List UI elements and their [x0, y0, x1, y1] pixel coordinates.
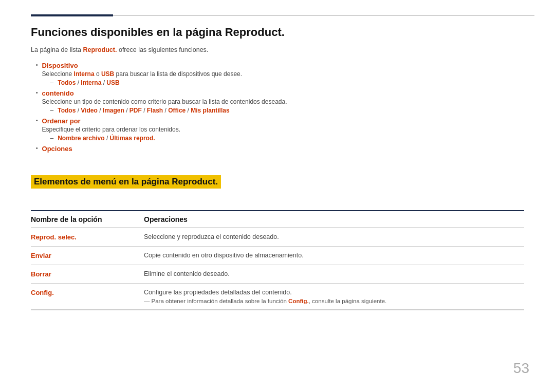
bullet-dot-3: •	[36, 118, 38, 123]
bullet-dot-4: •	[36, 145, 38, 151]
sub-dash-2: –	[50, 107, 54, 114]
table-header-row: Nombre de la opción Operaciones	[31, 211, 524, 228]
bullet-title-contenido: contenido	[42, 89, 524, 97]
sub-item-contenido: – Todos / Video / Imagen / PDF / Flash /…	[42, 107, 524, 114]
bullet-ordenar: • Ordenar por Especifique el criterio pa…	[36, 117, 524, 142]
bullet-opciones: • Opciones	[36, 145, 524, 154]
bullet-dot-2: •	[36, 90, 38, 96]
config-main-text: Configure las propiedades detalladas del…	[144, 289, 518, 296]
table-row-borrar: Borrar Elimine el contenido deseado.	[31, 265, 524, 284]
options-table: Nombre de la opción Operaciones Reprod. …	[31, 210, 524, 310]
config-note-bold: Config.	[288, 298, 309, 304]
accent-bar	[31, 14, 113, 16]
sub-text-dispositivo: Todos / Interna / USB	[58, 79, 120, 86]
intro-highlight: Reproduct.	[83, 46, 117, 53]
table-col-option: Nombre de la opción	[31, 211, 144, 228]
intro-text-before: La página de lista	[31, 46, 83, 53]
sub-text-contenido: Todos / Video / Imagen / PDF / Flash / O…	[58, 107, 229, 114]
section2-heading: Elementos de menú en la página Reproduct…	[31, 175, 221, 189]
table-cell-reprod-label: Reprod. selec.	[31, 228, 144, 247]
table-cell-borrar-label: Borrar	[31, 265, 144, 284]
bullet-title-ordenar: Ordenar por	[42, 117, 524, 125]
sub-item-dispositivo: – Todos / Interna / USB	[42, 79, 524, 86]
main-title: Funciones disponibles en la página Repro…	[31, 26, 524, 39]
page-number: 53	[513, 360, 529, 377]
bullet-content-3: Ordenar por Especifique el criterio para…	[42, 117, 524, 142]
bullet-list: • Dispositivo Seleccione Interna o USB p…	[31, 62, 524, 154]
intro-text-after: ofrece las siguientes funciones.	[117, 46, 208, 53]
bullet-desc-ordenar: Especifique el criterio para ordenar los…	[42, 126, 524, 133]
table-row-reprod: Reprod. selec. Seleccione y reproduzca e…	[31, 228, 524, 247]
bullet-contenido: • contenido Seleccione un tipo de conten…	[36, 89, 524, 114]
bullet-title-opciones: Opciones	[42, 145, 524, 153]
table-row-config: Config. Configure las propiedades detall…	[31, 284, 524, 310]
bullet-content-2: contenido Seleccione un tipo de contenid…	[42, 89, 524, 114]
divider-line	[113, 15, 534, 16]
table-cell-borrar-op: Elimine el contenido deseado.	[144, 265, 524, 284]
intro-paragraph: La página de lista Reproduct. ofrece las…	[31, 46, 524, 53]
table-cell-config-label: Config.	[31, 284, 144, 310]
table-cell-enviar-label: Enviar	[31, 247, 144, 265]
sub-dash-3: –	[50, 135, 54, 142]
bullet-desc-contenido: Seleccione un tipo de contenido como cri…	[42, 98, 524, 105]
table-cell-config-op: Configure las propiedades detalladas del…	[144, 284, 524, 310]
page-container: Funciones disponibles en la página Repro…	[0, 0, 555, 392]
bullet-content-1: Dispositivo Seleccione Interna o USB par…	[42, 62, 524, 86]
sub-dash-1: –	[50, 79, 54, 86]
table-row-enviar: Enviar Copie contenido en otro dispositi…	[31, 247, 524, 265]
sub-item-ordenar: – Nombre archivo / Últimas reprod.	[42, 135, 524, 142]
bullet-dot-1: •	[36, 62, 38, 68]
config-note: Para obtener información detallada sobre…	[144, 298, 518, 304]
sub-text-ordenar: Nombre archivo / Últimas reprod.	[58, 135, 155, 142]
bullet-dispositivo: • Dispositivo Seleccione Interna o USB p…	[36, 62, 524, 86]
table-cell-enviar-op: Copie contenido en otro dispositivo de a…	[144, 247, 524, 265]
content-area: Funciones disponibles en la página Repro…	[0, 26, 555, 331]
bullet-desc-dispositivo: Seleccione Interna o USB para buscar la …	[42, 70, 524, 78]
table-cell-reprod-op: Seleccione y reproduzca el contenido des…	[144, 228, 524, 247]
bullet-content-4: Opciones	[42, 145, 524, 154]
table-col-operation: Operaciones	[144, 211, 524, 228]
bullet-title-dispositivo: Dispositivo	[42, 62, 524, 69]
